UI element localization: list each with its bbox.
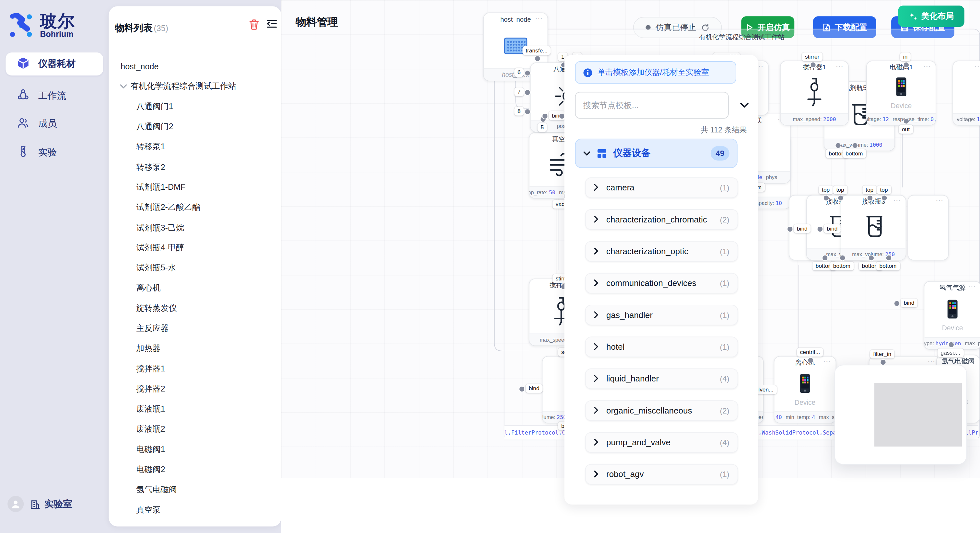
node-menu-icon[interactable]: ⋯ <box>975 62 980 71</box>
tree-item[interactable]: 加热器 <box>109 339 281 359</box>
port-dot-icon[interactable] <box>524 70 530 76</box>
tree-item[interactable]: 搅拌器2 <box>109 379 281 399</box>
canvas-node-离心机[interactable]: 离心机⋯Devicep: 40min_temp: 4max_spe <box>774 356 837 423</box>
port-dot-icon[interactable] <box>817 226 823 232</box>
port-dot-icon[interactable] <box>519 386 525 392</box>
category-communication_devices[interactable]: communication_devices(1) <box>585 273 738 294</box>
port-chip-6[interactable]: 6 <box>514 68 524 77</box>
port-dot-icon[interactable] <box>868 255 874 261</box>
brand-logo[interactable]: 玻尔 Bohrium <box>9 10 102 41</box>
tree-item[interactable]: 氢气电磁阀 <box>109 480 281 500</box>
port-chip-bind[interactable]: bind <box>794 224 810 233</box>
port-chip-bind[interactable]: bind <box>900 298 918 307</box>
tree-item[interactable]: 电磁阀1 <box>109 439 281 460</box>
port-dot-icon[interactable] <box>534 56 540 62</box>
canvas-node[interactable]: ⋯voltage: 12 <box>953 60 980 125</box>
tree-item[interactable]: 离心机 <box>109 278 281 298</box>
port-chip-5[interactable]: 5 <box>538 123 547 132</box>
tree-item-host-node[interactable]: host_node <box>109 56 281 76</box>
port-dot-icon[interactable] <box>822 255 828 261</box>
category-camera[interactable]: camera(1) <box>585 178 738 198</box>
node-menu-icon[interactable]: ⋯ <box>968 282 976 291</box>
canvas-node[interactable]: ⋯ <box>907 195 948 260</box>
port-chip-7[interactable]: 7 <box>514 87 524 96</box>
port-chip-centrif[interactable]: centrif... <box>797 348 823 357</box>
port-chip-bind[interactable]: bind <box>526 384 542 393</box>
tree-item[interactable]: 八通阀门1 <box>109 97 281 117</box>
tree-item[interactable]: 真空泵 <box>109 500 281 520</box>
node-menu-icon[interactable]: ⋯ <box>823 357 831 366</box>
port-chip-out[interactable]: out <box>899 125 913 134</box>
port-chip-top[interactable]: top <box>819 186 832 194</box>
category-organic_miscellaneous[interactable]: organic_miscellaneous(2) <box>585 400 738 421</box>
node-menu-icon[interactable]: ⋯ <box>535 14 543 22</box>
tree-item[interactable]: 搅拌器1 <box>109 359 281 379</box>
canvas-node-搅拌器1[interactable]: 搅拌器1⋯max_speed: 2000 <box>780 60 849 125</box>
port-dot-icon[interactable] <box>810 62 816 68</box>
port-chip-top[interactable]: top <box>877 186 891 194</box>
tree-item[interactable]: 旋转蒸发仪 <box>109 298 281 318</box>
tree-item[interactable]: 试剂瓶3-己烷 <box>109 217 281 238</box>
port-dot-icon[interactable] <box>903 62 909 68</box>
node-menu-icon[interactable]: ⋯ <box>893 196 901 205</box>
tree-item[interactable]: 电磁阀2 <box>109 460 281 479</box>
section-instrument-devices[interactable]: 仪器设备 49 <box>575 139 737 168</box>
port-dot-icon[interactable] <box>885 255 891 261</box>
port-dot-icon[interactable] <box>835 143 841 149</box>
port-chip-top[interactable]: top <box>833 186 847 194</box>
port-chip-bottom[interactable]: bottom <box>830 262 853 270</box>
tree-item[interactable]: 试剂瓶2-乙酸乙酯 <box>109 198 281 217</box>
collapse-list-icon[interactable] <box>266 19 280 32</box>
sidebar-item-experiment[interactable]: 实验 <box>5 141 103 164</box>
tree-item[interactable]: 试剂瓶1-DMF <box>109 177 281 197</box>
port-chip-bottom[interactable]: bottom <box>876 262 900 270</box>
port-dot-icon[interactable] <box>524 109 530 115</box>
category-pump_and_valve[interactable]: pump_and_valve(4) <box>585 432 738 453</box>
port-dot-icon[interactable] <box>839 255 845 261</box>
port-dot-icon[interactable] <box>948 342 954 348</box>
category-robot_agv[interactable]: robot_agv(1) <box>585 464 738 485</box>
tree-item[interactable]: 主反应器 <box>109 318 281 338</box>
category-hotel[interactable]: hotel(1) <box>585 336 738 357</box>
port-dot-icon[interactable] <box>524 89 530 95</box>
category-characterization_optic[interactable]: characterization_optic(1) <box>585 241 738 262</box>
chevron-down-icon[interactable] <box>120 84 127 89</box>
category-liquid_handler[interactable]: liquid_handler(4) <box>585 368 738 389</box>
tree-item[interactable]: 废液瓶1 <box>109 399 281 419</box>
port-chip-stirrer[interactable]: stirrer <box>802 52 822 61</box>
sidebar-item-cube[interactable]: 仪器耗材 <box>5 52 103 75</box>
port-chip-bind[interactable]: bind <box>824 224 841 233</box>
port-chip-filter_in[interactable]: filter_in <box>870 350 894 359</box>
sidebar-item-workflow[interactable]: 工作流 <box>5 84 103 107</box>
port-chip-transfe[interactable]: transfe... <box>522 46 550 55</box>
canvas-node-电磁阀1[interactable]: 电磁阀1⋯Devicevoltage: 12response_time: 0.1 <box>866 60 936 125</box>
tree-item[interactable]: 转移泵2 <box>109 157 281 177</box>
node-menu-icon[interactable]: ⋯ <box>967 356 975 365</box>
lab-entry[interactable]: 实验室 <box>30 498 73 510</box>
sidebar-item-members[interactable]: 成员 <box>5 113 103 135</box>
port-chip-8[interactable]: 8 <box>514 107 524 116</box>
tree-item[interactable]: 试剂瓶5-水 <box>109 258 281 278</box>
tree-item[interactable]: 八通阀门2 <box>109 117 281 136</box>
node-menu-icon[interactable]: ⋯ <box>923 62 931 71</box>
category-gas_handler[interactable]: gas_handler(1) <box>585 305 738 325</box>
port-chip-in[interactable]: in <box>900 52 911 61</box>
category-characterization_chromatic[interactable]: characterization_chromatic(2) <box>585 209 738 230</box>
avatar[interactable] <box>8 496 24 512</box>
port-dot-icon[interactable] <box>542 113 548 119</box>
trash-icon[interactable] <box>249 19 262 32</box>
port-chip-top[interactable]: top <box>862 186 876 194</box>
port-chip-gasso[interactable]: gasso... <box>937 348 964 357</box>
tree-item-workstation[interactable]: 有机化学流程综合测试工作站 <box>109 76 281 97</box>
beautify-layout-button[interactable]: 美化布局 <box>898 5 964 27</box>
node-menu-icon[interactable]: ⋯ <box>835 62 843 71</box>
canvas-node-氢气气源[interactable]: 氢气气源⋯Device_type: hydrogenmax_pre <box>924 281 980 350</box>
port-dot-icon[interactable] <box>894 300 900 307</box>
port-chip-bottom[interactable]: bottom <box>843 149 866 158</box>
node-menu-icon[interactable]: ⋯ <box>935 196 944 205</box>
port-dot-icon[interactable] <box>808 357 814 363</box>
tree-item[interactable]: 转移泵1 <box>109 137 281 157</box>
canvas-node-接收瓶3[interactable]: 接收瓶3⋯max_volume: 250 <box>841 195 906 260</box>
collapse-panel-icon[interactable] <box>738 99 751 111</box>
tree-item[interactable]: 废液瓶2 <box>109 419 281 439</box>
